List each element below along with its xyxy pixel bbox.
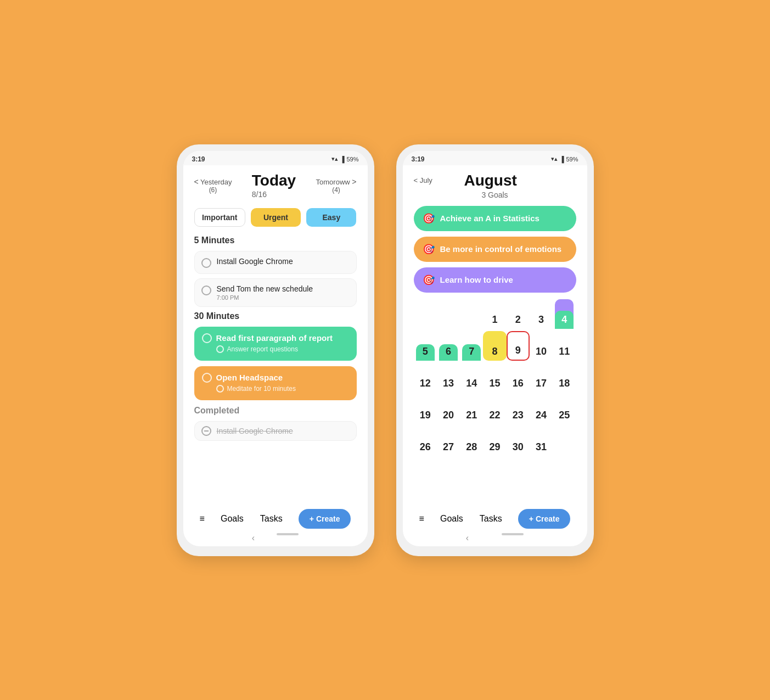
cal-day-17[interactable]: 17 bbox=[530, 363, 553, 393]
month-subtitle: 3 Goals bbox=[414, 191, 576, 199]
task-card-headspace[interactable]: Open Headspace Meditate for 10 minutes bbox=[194, 366, 357, 400]
tasks-label-2: Tasks bbox=[480, 514, 502, 523]
cal-day-15[interactable]: 15 bbox=[483, 363, 506, 393]
nav-tasks-1[interactable]: Tasks bbox=[260, 514, 283, 524]
filter-urgent[interactable]: Urgent bbox=[251, 208, 301, 227]
completed-title: Completed bbox=[194, 406, 357, 416]
subtask-meditate: Meditate for 10 minutes bbox=[216, 385, 349, 393]
prev-day[interactable]: < Yesterday (6) bbox=[194, 177, 232, 194]
menu-icon-2: ≡ bbox=[419, 514, 424, 523]
phone-goals-content: < July August 3 Goals 🎯 Achieve an A in … bbox=[403, 165, 587, 505]
cal-day-21[interactable]: 21 bbox=[460, 395, 483, 424]
back-arrow-1[interactable]: ‹ bbox=[252, 533, 255, 543]
cal-day-27[interactable]: 27 bbox=[437, 427, 460, 456]
cal-day-29[interactable]: 29 bbox=[483, 427, 506, 456]
cal-day-1[interactable]: 1 bbox=[483, 299, 506, 329]
prev-label: Yesterday bbox=[200, 178, 232, 186]
home-bar-1 bbox=[277, 533, 299, 535]
back-arrow-2[interactable]: ‹ bbox=[466, 533, 469, 543]
cal-day-12[interactable]: 12 bbox=[414, 363, 437, 393]
battery-text-2: 59% bbox=[566, 156, 578, 163]
cal-day-2[interactable]: 2 bbox=[507, 299, 530, 329]
subtask-radio bbox=[216, 345, 224, 353]
goal-icon-2: 🎯 bbox=[423, 243, 435, 255]
prev-month-label[interactable]: < July bbox=[414, 176, 432, 184]
nav-tasks-2[interactable]: Tasks bbox=[480, 514, 502, 524]
nav-goals-1[interactable]: Goals bbox=[221, 514, 244, 524]
task-install-chrome[interactable]: Install Google Chrome bbox=[194, 251, 357, 274]
nav-menu-2[interactable]: ≡ bbox=[419, 514, 424, 524]
cal-day-18[interactable]: 18 bbox=[553, 363, 576, 393]
task-text-chrome: Install Google Chrome bbox=[217, 257, 293, 266]
phone-goals-inner: 3:19 ▾▴ ▐ 59% < July August 3 Goals bbox=[403, 151, 587, 546]
next-count: (4) bbox=[316, 186, 357, 194]
cal-day-31[interactable]: 31 bbox=[530, 427, 553, 456]
goal-statistics[interactable]: 🎯 Achieve an A in Statistics bbox=[414, 206, 576, 231]
cal-day-3[interactable]: 3 bbox=[530, 299, 553, 329]
cal-week-4: 19 20 21 22 23 24 25 bbox=[414, 395, 576, 424]
section-5min-title: 5 Minutes bbox=[194, 236, 357, 245]
cal-day-25[interactable]: 25 bbox=[553, 395, 576, 424]
cal-week-1: 1 2 3 4 bbox=[414, 299, 576, 329]
cal-day-10[interactable]: 10 bbox=[530, 331, 553, 361]
cal-day-16[interactable]: 16 bbox=[507, 363, 530, 393]
month-name: August bbox=[464, 172, 516, 189]
status-bar-2: 3:19 ▾▴ ▐ 59% bbox=[403, 151, 587, 165]
cal-day-19[interactable]: 19 bbox=[414, 395, 437, 424]
cal-empty-end bbox=[553, 427, 576, 456]
create-button-2[interactable]: + Create bbox=[518, 509, 571, 529]
task-send-tom[interactable]: Send Tom the new schedule 7:00 PM bbox=[194, 278, 357, 307]
status-time-1: 3:19 bbox=[192, 155, 205, 163]
goal-drive[interactable]: 🎯 Learn how to drive bbox=[414, 267, 576, 293]
cal-day-8[interactable]: 8 bbox=[483, 331, 506, 361]
back-row-2: ‹ bbox=[403, 531, 587, 546]
cal-day-4[interactable]: 4 bbox=[553, 299, 576, 329]
goal-emotions[interactable]: 🎯 Be more in control of emotions bbox=[414, 237, 576, 262]
calendar-grid: 1 2 3 4 bbox=[414, 299, 576, 456]
tasks-label-1: Tasks bbox=[260, 514, 283, 523]
goal-icon-3: 🎯 bbox=[423, 274, 435, 286]
done-text-chrome: Install Google Chrome bbox=[217, 427, 293, 435]
cal-day-14[interactable]: 14 bbox=[460, 363, 483, 393]
cal-day-22[interactable]: 22 bbox=[483, 395, 506, 424]
wifi-icon: ▾▴ bbox=[331, 155, 338, 163]
cal-day-7[interactable]: 7 bbox=[460, 331, 483, 361]
task-card-report[interactable]: Read first paragraph of report Answer re… bbox=[194, 327, 357, 361]
today-title: Today bbox=[252, 172, 296, 189]
goals-label-2: Goals bbox=[440, 514, 463, 523]
cal-day-11[interactable]: 11 bbox=[553, 331, 576, 361]
create-button-1[interactable]: + Create bbox=[299, 509, 351, 529]
filter-important[interactable]: Important bbox=[194, 208, 245, 227]
completed-item-chrome: Install Google Chrome bbox=[194, 421, 357, 441]
subtask-radio-2 bbox=[216, 385, 224, 393]
signal-icon: ▐ bbox=[340, 156, 345, 163]
cal-day-30[interactable]: 30 bbox=[507, 427, 530, 456]
status-icons-1: ▾▴ ▐ 59% bbox=[331, 155, 359, 163]
month-header: < July August 3 Goals bbox=[414, 172, 576, 199]
cal-day-5[interactable]: 5 bbox=[414, 331, 437, 361]
goal-text-3: Learn how to drive bbox=[440, 275, 513, 284]
next-arrow: > bbox=[352, 177, 356, 186]
card-sub-report: Answer report questions bbox=[216, 345, 349, 353]
card-radio-headspace bbox=[202, 373, 212, 383]
phone-tasks-content: < Yesterday (6) Today 8/16 Tomoroww > (4… bbox=[183, 165, 368, 505]
goals-label-1: Goals bbox=[221, 514, 244, 523]
cal-day-9-today[interactable]: 9 bbox=[507, 331, 530, 361]
nav-menu-1[interactable]: ≡ bbox=[200, 514, 205, 524]
cal-day-24[interactable]: 24 bbox=[530, 395, 553, 424]
nav-goals-2[interactable]: Goals bbox=[440, 514, 463, 524]
cal-empty-3 bbox=[460, 299, 483, 329]
prev-arrow: < bbox=[194, 177, 199, 186]
wifi-icon-2: ▾▴ bbox=[551, 155, 558, 163]
next-day[interactable]: Tomoroww > (4) bbox=[316, 177, 357, 194]
task-sub-tom: 7:00 PM bbox=[217, 294, 313, 301]
cal-day-6[interactable]: 6 bbox=[437, 331, 460, 361]
cal-day-23[interactable]: 23 bbox=[507, 395, 530, 424]
subtask-report-q: Answer report questions bbox=[216, 345, 349, 353]
filter-easy[interactable]: Easy bbox=[306, 208, 356, 227]
cal-day-28[interactable]: 28 bbox=[460, 427, 483, 456]
cal-day-20[interactable]: 20 bbox=[437, 395, 460, 424]
cal-day-13[interactable]: 13 bbox=[437, 363, 460, 393]
status-bar-1: 3:19 ▾▴ ▐ 59% bbox=[183, 151, 368, 165]
cal-day-26[interactable]: 26 bbox=[414, 427, 437, 456]
